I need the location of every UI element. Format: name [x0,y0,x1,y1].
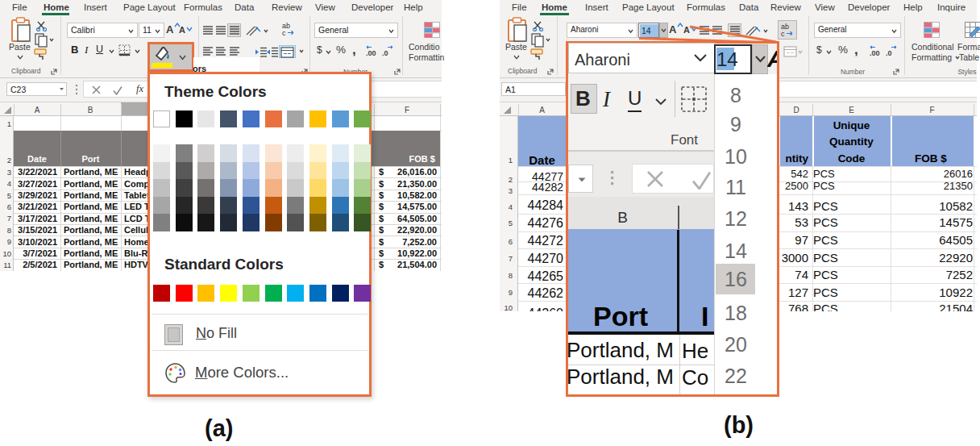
svg-text:.0: .0 [382,49,388,56]
svg-text:.00: .00 [870,49,880,56]
svg-text:.0: .0 [886,49,892,56]
svg-text:.00: .00 [366,49,376,56]
svg-text:c: c [282,29,286,37]
